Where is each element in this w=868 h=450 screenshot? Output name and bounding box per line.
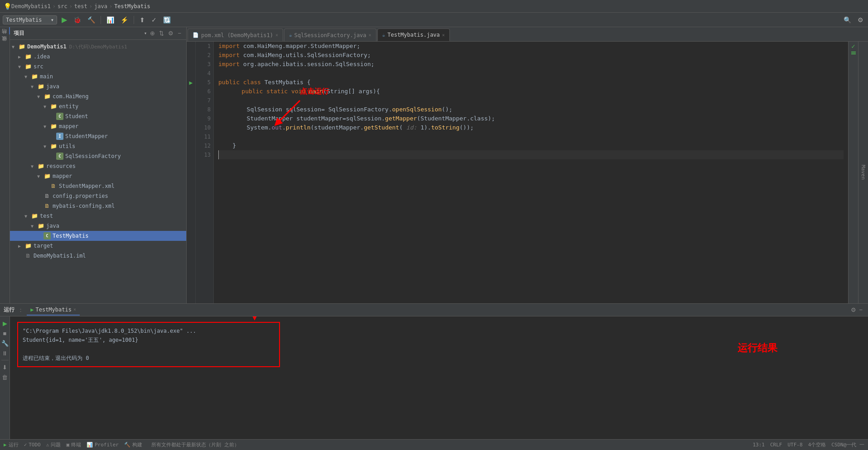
breadcrumb-sep3: › — [89, 3, 92, 10]
run-with-coverage-button[interactable]: 📊 — [105, 15, 116, 24]
panel-gear-button[interactable]: ⚙ — [167, 29, 175, 37]
tree-label-src: src — [34, 63, 43, 70]
tree-item-config-props[interactable]: ▶ 🗎 config.properties — [10, 191, 186, 201]
cursor-position[interactable]: 13:1 — [753, 442, 765, 448]
code-editor[interactable]: ▶ 12345 678910 111213 — [187, 42, 848, 303]
status-tab-todo[interactable]: ✓ TODO — [24, 442, 41, 448]
run-config-name: TestMybatis — [6, 17, 42, 23]
expand-icon: ▼ — [18, 64, 24, 69]
bottom-settings-button[interactable]: ⚙ — [851, 306, 856, 313]
console-blank — [23, 345, 275, 354]
status-tab-run[interactable]: ▶ 运行 — [4, 441, 19, 448]
settings-button[interactable]: ⚙ — [856, 15, 865, 24]
bottom-tab-bar: 运行 : ▶ TestMybatis × ⚙ − — [0, 304, 868, 316]
status-tab-problems[interactable]: ⚠ 问题 — [46, 441, 61, 448]
charset[interactable]: UTF-8 — [788, 442, 803, 448]
maven-panel[interactable]: Maven — [858, 42, 868, 303]
tree-label-test-java: java — [46, 223, 59, 229]
profile-button[interactable]: ⚡ — [119, 15, 130, 24]
sidebar-item-project[interactable]: 项目 — [0, 27, 10, 34]
panel-scroll-button[interactable]: ⇅ — [158, 29, 165, 37]
no-expand: ▶ — [37, 194, 43, 199]
tree-item-studentmapper-xml[interactable]: ▶ 🗎 StudentMapper.xml — [10, 181, 186, 191]
expand-icon: ▼ — [31, 164, 37, 169]
tree-label-config-props: config.properties — [53, 193, 108, 199]
expand-icon: ▼ — [24, 214, 31, 219]
tree-item-testmybatis[interactable]: ▶ C TestMybatis — [10, 231, 186, 241]
vcs-push-button[interactable]: 🔃 — [161, 15, 173, 24]
tree-item-studentmapper[interactable]: ▶ I StudentMapper — [10, 131, 186, 141]
tree-item-test[interactable]: ▼ 📁 test — [10, 211, 186, 221]
tree-item-mybatis-xml[interactable]: ▶ 🗎 mybatis-confing.xml — [10, 201, 186, 211]
status-tab-profiler[interactable]: 📊 Profiler — [87, 442, 119, 448]
bottom-run-button[interactable]: ▶ — [1, 319, 9, 327]
tab-label-sqlsession: SqlSessionFactory.java — [294, 32, 366, 38]
code-content[interactable]: import com.HaiMeng.mapper.StudentMapper;… — [214, 42, 848, 303]
search-everywhere-button[interactable]: 🔍 — [842, 15, 853, 24]
tree-item-mapper[interactable]: ▼ 📁 mapper — [10, 121, 186, 131]
root-icon: 📁 — [18, 43, 25, 50]
run-config-selector[interactable]: TestMybatis ▾ — [3, 15, 57, 24]
folder-icon: 📁 — [50, 143, 57, 150]
build-button[interactable]: 🔨 — [86, 15, 97, 24]
tab-testmybatis[interactable]: ☕ TestMybatis.java × — [377, 29, 450, 41]
status-tab-terminal[interactable]: ▣ 终端 — [66, 441, 81, 448]
sidebar-item-structure[interactable]: 结构 — [0, 34, 10, 42]
panel-add-button[interactable]: ⊕ — [149, 29, 156, 37]
tree-item-entity[interactable]: ▼ 📁 entity — [10, 101, 186, 111]
tree-item-iml[interactable]: ▶ 🗎 DemoMybatis1.iml — [10, 251, 186, 261]
panel-collapse-button[interactable]: − — [176, 29, 183, 37]
bottom-tab-testmybatis[interactable]: ▶ TestMybatis × — [27, 305, 80, 316]
expand-icon: ▶ — [18, 54, 24, 59]
vcs-update-button[interactable]: ⬆ — [138, 15, 147, 24]
vcs-commit-button[interactable]: ✓ — [149, 15, 159, 24]
bottom-stop-button[interactable]: ■ — [1, 329, 9, 337]
tree-item-utils[interactable]: ▼ 📁 utils — [10, 141, 186, 151]
tree-item-root[interactable]: ▼ 📁 DemoMybatis1 D:\代码\DemoMybatis1 — [10, 42, 186, 52]
tree-item-com-haimeng[interactable]: ▼ 📁 com.HaiMeng — [10, 91, 186, 101]
tree-label-resources: resources — [46, 163, 76, 169]
no-expand: ▶ — [50, 154, 56, 159]
tab-sqlsessionfactory[interactable]: ☕ SqlSessionFactory.java × — [284, 29, 376, 41]
status-tab-build[interactable]: 🔨 构建 — [124, 441, 142, 448]
expand-icon: ▼ — [43, 104, 50, 109]
bottom-filter-button[interactable]: 🔧 — [1, 339, 9, 347]
tree-item-res-mapper[interactable]: ▼ 📁 mapper — [10, 171, 186, 181]
console-output: "C:\Program Files\Java\jdk1.8.0_152\bin\… — [10, 316, 868, 373]
interface-icon: I — [56, 133, 63, 140]
indent-info[interactable]: 4个空格 — [808, 441, 826, 448]
tree-item-test-java[interactable]: ▼ 📁 java — [10, 221, 186, 231]
close-tab-testmybatis[interactable]: × — [442, 33, 445, 38]
tree-item-student[interactable]: ▶ C Student — [10, 111, 186, 121]
tree-item-src[interactable]: ▼ 📁 src — [10, 62, 186, 72]
line-ending[interactable]: CRLF — [770, 442, 782, 448]
gutter-row-2 — [187, 51, 195, 60]
tree-label-target: target — [34, 243, 53, 249]
java-class-icon: C — [56, 113, 63, 120]
bottom-scroll-end-button[interactable]: ⬇ — [1, 363, 9, 371]
tree-item-sqlsessionfactory[interactable]: ▶ C SqlSessionFactory — [10, 151, 186, 161]
sidebar-item-favorites[interactable]: 收藏 — [0, 42, 10, 49]
close-tab-sqlsession[interactable]: × — [369, 33, 371, 38]
bottom-clear-button[interactable]: 🗑 — [1, 373, 9, 381]
tree-item-resources[interactable]: ▼ 📁 resources — [10, 161, 186, 171]
gutter-run-row[interactable]: ▶ — [187, 78, 195, 87]
run-button[interactable]: ▶ — [60, 14, 69, 25]
tree-item-idea[interactable]: ▶ 📁 .idea — [10, 52, 186, 62]
project-dropdown-icon[interactable]: ▾ — [144, 30, 147, 36]
close-bottom-tab[interactable]: × — [73, 307, 76, 312]
tab-pom-xml[interactable]: 📄 pom.xml (DemoMybatis1) × — [188, 29, 283, 41]
bottom-collapse-button[interactable]: − — [859, 306, 863, 313]
tree-item-main[interactable]: ▼ 📁 main — [10, 72, 186, 81]
gutter-row-6 — [187, 87, 195, 96]
debug-button[interactable]: 🐞 — [72, 15, 83, 24]
tree-label-sqlsessionfactory: SqlSessionFactory — [65, 153, 121, 159]
close-tab-pom[interactable]: × — [275, 33, 278, 38]
tree-item-main-java[interactable]: ▼ 📁 java — [10, 81, 186, 91]
tree-item-target[interactable]: ▶ 📁 target — [10, 241, 186, 251]
folder-icon: 📁 — [43, 172, 51, 180]
run-gutter-icon[interactable]: ▶ — [189, 79, 193, 86]
bottom-pause-button[interactable]: ⏸ — [1, 349, 9, 357]
run-result-annotation: 运行结果 — [738, 344, 777, 353]
panel-icons: ⊕ ⇅ ⚙ − — [149, 29, 183, 37]
